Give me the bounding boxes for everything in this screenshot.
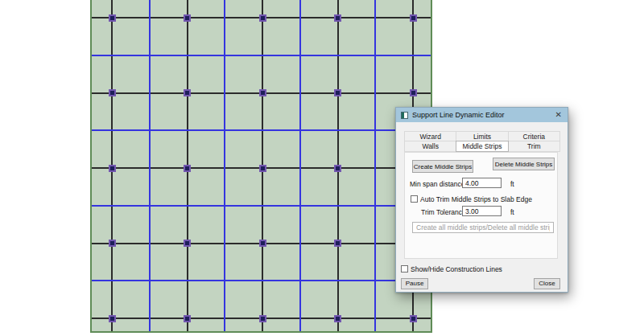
column-node[interactable] — [334, 89, 341, 96]
support-line-vertical[interactable] — [224, 0, 225, 331]
support-line-editor-dialog: Support Line Dynamic Editor ✕ Wizard Lim… — [395, 107, 568, 293]
column-node[interactable] — [259, 89, 266, 96]
slab-region[interactable] — [90, 0, 432, 333]
trim-tolerance-unit-label: ft — [510, 208, 514, 216]
column-node[interactable] — [109, 315, 116, 322]
column-node[interactable] — [334, 315, 341, 322]
column-node[interactable] — [259, 315, 266, 322]
show-hide-construction-lines-checkbox[interactable] — [401, 265, 408, 272]
column-node[interactable] — [259, 240, 266, 247]
show-hide-construction-lines-label: Show/Hide Construction Lines — [411, 265, 502, 273]
support-line-vertical[interactable] — [374, 0, 376, 331]
min-span-unit-label: ft — [510, 180, 514, 188]
auto-trim-checkbox[interactable] — [411, 195, 418, 203]
column-node[interactable] — [109, 240, 116, 247]
close-button[interactable]: Close — [534, 278, 560, 289]
column-node[interactable] — [410, 315, 417, 322]
strips-hint-input[interactable] — [412, 222, 554, 233]
column-node[interactable] — [259, 165, 266, 172]
tab-row-2: Walls Middle Strips Trim — [404, 141, 559, 152]
column-node[interactable] — [259, 14, 266, 22]
column-node[interactable] — [184, 240, 191, 247]
column-node[interactable] — [410, 89, 417, 96]
column-node[interactable] — [109, 14, 116, 22]
support-line-vertical[interactable] — [299, 0, 301, 331]
pause-button[interactable]: Pause — [401, 278, 428, 289]
column-node[interactable] — [334, 240, 341, 247]
tab-walls[interactable]: Walls — [404, 141, 456, 152]
support-line-horizontal[interactable] — [92, 129, 431, 131]
delete-middle-strips-button[interactable]: Delete Middle Strips — [493, 158, 555, 170]
tab-control: Wizard Limits Criteria Walls Middle Stri… — [404, 131, 559, 152]
trim-tolerance-input[interactable] — [462, 206, 502, 216]
auto-trim-label: Auto Trim Middle Strips to Slab Edge — [420, 195, 532, 203]
support-line-horizontal[interactable] — [92, 205, 431, 207]
support-line-horizontal[interactable] — [92, 280, 431, 281]
app-viewport: Support Line Dynamic Editor ✕ Wizard Lim… — [0, 0, 644, 336]
column-node[interactable] — [334, 14, 341, 22]
dialog-title: Support Line Dynamic Editor — [412, 111, 505, 119]
tab-trim[interactable]: Trim — [508, 141, 560, 152]
support-line-vertical[interactable] — [149, 0, 151, 331]
window-icon — [401, 112, 408, 119]
middle-strips-panel: Create Middle Strips Delete Middle Strip… — [404, 152, 558, 259]
column-node[interactable] — [109, 165, 116, 172]
column-node[interactable] — [410, 14, 417, 22]
column-node[interactable] — [184, 315, 191, 322]
min-span-distance-label: Min span distance — [410, 180, 465, 188]
column-node[interactable] — [109, 89, 116, 96]
column-node[interactable] — [184, 165, 191, 172]
create-middle-strips-button[interactable]: Create Middle Strips — [412, 160, 473, 173]
dialog-titlebar[interactable]: Support Line Dynamic Editor ✕ — [396, 108, 568, 122]
tab-middle-strips[interactable]: Middle Strips — [456, 141, 508, 152]
support-line-horizontal[interactable] — [92, 55, 431, 56]
column-node[interactable] — [184, 89, 191, 96]
close-icon[interactable]: ✕ — [555, 111, 562, 119]
column-node[interactable] — [334, 165, 341, 172]
column-node[interactable] — [184, 14, 191, 22]
min-span-distance-input[interactable] — [462, 178, 502, 188]
trim-tolerance-label: Trim Tolerance — [421, 208, 466, 216]
